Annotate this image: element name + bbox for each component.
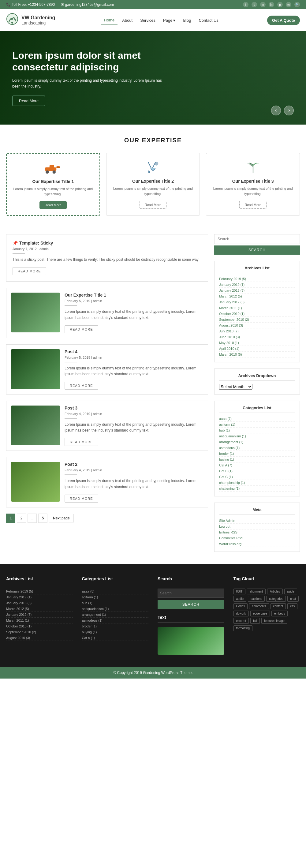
archive-link[interactable]: October 2010 (1) [219, 312, 244, 315]
quote-button[interactable]: Get A Quote [267, 16, 300, 25]
sidebar-search-button[interactable]: SEARCH [214, 245, 300, 255]
footer-category-link[interactable]: aciform (1) [82, 595, 98, 599]
footer-archive-link[interactable]: March 2012 (5) [6, 607, 29, 611]
footer-category-link[interactable]: sub (1) [82, 601, 92, 605]
tag-excerpt[interactable]: excerpt [234, 618, 249, 624]
archive-link[interactable]: March 2011 (1) [219, 306, 242, 310]
category-link[interactable]: championship (1) [219, 481, 245, 485]
topbar-search-icon[interactable]: 🔍 [294, 2, 300, 7]
meta-link[interactable]: Log out [219, 525, 231, 528]
category-link[interactable]: hub (1) [219, 429, 230, 432]
twitter-icon[interactable]: t [251, 2, 257, 7]
category-link[interactable]: chattening (1) [219, 487, 240, 490]
archive-link[interactable]: May 2010 (1) [219, 341, 239, 345]
expertise-card-1-button[interactable]: Read More [39, 201, 66, 209]
archive-link[interactable]: September 2010 (2) [219, 318, 249, 321]
instagram-icon[interactable]: in [260, 2, 266, 7]
footer-archive-link[interactable]: March 2011 (1) [6, 619, 29, 622]
archive-link[interactable]: March 2012 (5) [219, 294, 242, 298]
footer-archive-link[interactable]: January 2012 (6) [6, 613, 32, 616]
post-3-read-more-button[interactable]: READ MORE [65, 438, 98, 446]
expertise-card-2-button[interactable]: Read More [140, 201, 166, 209]
expertise-card-3-button[interactable]: Read More [239, 201, 266, 209]
nav-about[interactable]: About [119, 17, 135, 24]
footer-archive-link[interactable]: August 2010 (3) [6, 636, 30, 640]
sticky-read-more-button[interactable]: READ MORE [12, 267, 46, 275]
nav-services[interactable]: Services [137, 17, 158, 24]
category-link[interactable]: Cat A (7) [219, 463, 232, 467]
tag-articles[interactable]: Articles [267, 589, 283, 594]
meta-link[interactable]: Comments RSS [219, 536, 243, 540]
footer-archive-link[interactable]: January 2013 (5) [6, 601, 32, 605]
tag-formatting[interactable]: formatting [234, 625, 252, 631]
post-1-read-more-button[interactable]: READ MORE [65, 326, 98, 333]
linkedin-icon[interactable]: in [269, 2, 274, 7]
tag-embeds[interactable]: embeds [271, 611, 288, 616]
category-link[interactable]: Cat C (1) [219, 475, 233, 479]
nav-contact[interactable]: Contact Us [195, 17, 221, 24]
archive-link[interactable]: February 2019 (5) [219, 277, 246, 281]
tag-8bit[interactable]: 8BIT [234, 589, 245, 594]
footer-archive-link[interactable]: September 2010 (2) [6, 630, 36, 634]
category-link[interactable]: Cat B (1) [219, 469, 233, 473]
facebook-icon[interactable]: f [243, 2, 248, 7]
footer-category-link[interactable]: arrangement (1) [82, 613, 106, 616]
footer-category-link[interactable]: broder (1) [82, 624, 97, 628]
tag-featured-image[interactable]: featured image [261, 618, 287, 624]
footer-search-input[interactable] [158, 589, 224, 598]
archive-link[interactable]: July 2010 (7) [219, 329, 239, 333]
page-2-button[interactable]: 2 [17, 514, 26, 523]
nav-home[interactable]: Home [101, 16, 118, 25]
tag-comments[interactable]: comments [249, 603, 269, 609]
tag-categories[interactable]: categories [266, 596, 286, 602]
tag-chat[interactable]: chat [287, 596, 299, 602]
footer-archive-link[interactable]: October 2010 (1) [6, 624, 32, 628]
category-link[interactable]: arrangement (1) [219, 440, 243, 444]
tag-alignment[interactable]: alignment [247, 589, 266, 594]
archives-dropdown-select[interactable]: Select Month February 2019 January 2019 [219, 384, 252, 390]
category-link[interactable]: broder (1) [219, 452, 234, 456]
hero-read-more-button[interactable]: Read More [12, 95, 45, 106]
footer-category-link[interactable]: antiquarianism (1) [82, 607, 109, 611]
archive-link[interactable]: January 2012 (6) [219, 300, 244, 304]
tag-content[interactable]: content [271, 603, 286, 609]
archive-link[interactable]: January 2019 (1) [219, 283, 244, 286]
meta-link[interactable]: Site Admin [219, 519, 235, 523]
archive-link[interactable]: April 2010 (1) [219, 347, 239, 350]
tag-codex[interactable]: Codex [234, 603, 248, 609]
hero-next-button[interactable]: > [284, 105, 294, 115]
page-1-button[interactable]: 1 [6, 514, 15, 523]
sidebar-search-input[interactable] [214, 234, 300, 244]
post-2-read-more-button[interactable]: READ MORE [65, 382, 98, 390]
tag-fail[interactable]: fail [250, 618, 260, 624]
footer-search-button[interactable]: SEARCH [158, 600, 224, 609]
hero-prev-button[interactable]: < [271, 105, 281, 115]
archive-link[interactable]: June 2010 (3) [219, 335, 240, 339]
archive-link[interactable]: March 2010 (5) [219, 352, 242, 356]
page-next-button[interactable]: Next page [49, 514, 74, 523]
meta-link[interactable]: WordPress.org [219, 542, 241, 546]
footer-archive-link[interactable]: January 2019 (1) [6, 595, 32, 599]
archive-link[interactable]: August 2010 (3) [219, 323, 243, 327]
tag-edge-case[interactable]: edge case [250, 611, 270, 616]
footer-category-link[interactable]: Cat A (1) [82, 636, 95, 640]
footer-archive-link[interactable]: February 2019 (5) [6, 589, 33, 593]
category-link[interactable]: antiquarianism (1) [219, 434, 246, 438]
tag-captions[interactable]: captions [248, 596, 265, 602]
pinterest-icon[interactable]: p [277, 2, 283, 7]
tag-css[interactable]: css [287, 603, 298, 609]
nav-page[interactable]: Page ▾ [160, 17, 178, 24]
tag-aside[interactable]: aside [284, 589, 297, 594]
footer-category-link[interactable]: aaaa (5) [82, 589, 95, 593]
tag-dowork[interactable]: dowork [234, 611, 249, 616]
category-link[interactable]: asmodeus (1) [219, 446, 240, 450]
post-4-read-more-button[interactable]: READ MORE [65, 495, 98, 502]
meta-link[interactable]: Entries RSS [219, 530, 238, 534]
page-5-button[interactable]: 5 [38, 514, 48, 523]
page-dots-button[interactable]: ... [28, 514, 37, 523]
footer-category-link[interactable]: asmodeus (1) [82, 619, 102, 622]
tag-audio[interactable]: audio [234, 596, 246, 602]
footer-category-link[interactable]: buying (1) [82, 630, 97, 634]
category-link[interactable]: aciform (1) [219, 423, 235, 426]
email-social-icon[interactable]: ✉ [286, 2, 291, 7]
